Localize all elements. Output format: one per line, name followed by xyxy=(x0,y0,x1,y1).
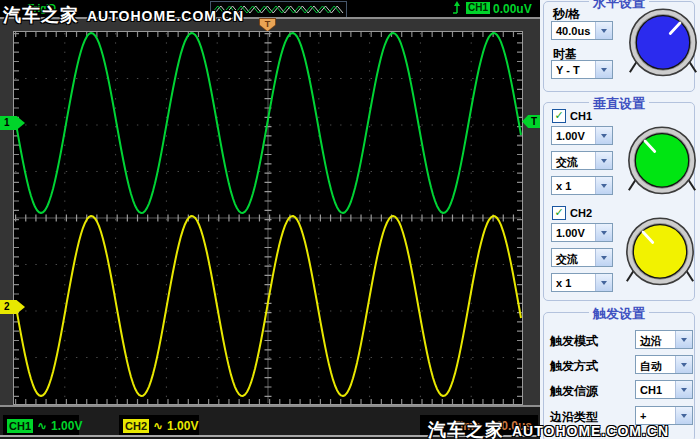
ch2-volts-per-div: 1.00V xyxy=(167,419,198,433)
chevron-down-icon[interactable] xyxy=(595,177,612,194)
bottom-status-bar: CH1 ∿ 1.00V CH2 ∿ 1.00V Time 40.0us xyxy=(0,405,540,439)
chevron-down-icon[interactable] xyxy=(595,22,612,39)
ch2-enable-checkbox[interactable]: ✓ CH2 xyxy=(552,206,592,220)
check-icon: ✓ xyxy=(554,207,563,218)
oscilloscope-app-window: Trig'D CH1 0.00uV T xyxy=(0,0,700,439)
edge-type-select[interactable]: + xyxy=(635,406,693,425)
trigger-level-marker[interactable]: T xyxy=(522,115,540,128)
ch1-position-knob[interactable] xyxy=(623,124,700,200)
edge-type-label: 边沿类型 xyxy=(550,409,598,426)
check-icon: ✓ xyxy=(554,110,563,121)
chevron-down-icon[interactable] xyxy=(595,274,612,291)
ch2-coupling-select[interactable]: 交流 xyxy=(551,248,613,267)
ch1-coupling-select[interactable]: 交流 xyxy=(551,151,613,170)
trigger-source-select[interactable]: CH1 xyxy=(635,380,693,399)
ch1-enable-checkbox[interactable]: ✓ CH1 xyxy=(552,109,592,123)
chevron-down-icon[interactable] xyxy=(675,356,692,373)
trigger-sweep-select[interactable]: 自动 xyxy=(635,355,693,374)
ch1-scale-readout: CH1 ∿ 1.00V xyxy=(3,415,79,436)
chevron-down-icon[interactable] xyxy=(595,127,612,144)
chevron-down-icon[interactable] xyxy=(595,249,612,266)
ch2-volts-select[interactable]: 1.00V xyxy=(551,223,613,242)
sec-per-div-select[interactable]: 40.0us xyxy=(551,21,613,40)
trigger-level-readout: 0.00uV xyxy=(493,2,532,16)
chevron-down-icon[interactable] xyxy=(595,224,612,241)
top-status-bar: Trig'D CH1 0.00uV xyxy=(0,0,540,17)
chevron-down-icon[interactable] xyxy=(595,61,612,78)
ch1-volts-per-div: 1.00V xyxy=(51,419,82,433)
timebase-select[interactable]: Y - T xyxy=(551,60,613,79)
ch1-volts-select[interactable]: 1.00V xyxy=(551,126,613,145)
chevron-down-icon[interactable] xyxy=(675,407,692,424)
horizontal-scale-knob[interactable] xyxy=(624,6,700,82)
trigger-source-badge: CH1 xyxy=(466,2,490,14)
scope-display xyxy=(13,31,523,405)
trigger-status-text: Trig'D xyxy=(28,3,56,14)
ch2-probe-select[interactable]: x 1 xyxy=(551,273,613,292)
trigger-mode-select[interactable]: 边沿 xyxy=(635,330,693,349)
trigger-settings-title: 触发设置 xyxy=(544,305,694,323)
preview-waveform xyxy=(211,3,344,16)
trigger-mode-label: 触发模式 xyxy=(550,333,598,350)
timebase-readout: Time 40.0us xyxy=(420,415,538,436)
trigger-sweep-label: 触发方式 xyxy=(550,358,598,375)
trigger-position-marker[interactable]: T xyxy=(259,18,276,32)
ch2-coupling-icon: ∿ xyxy=(153,419,163,433)
ch2-scale-readout: CH2 ∿ 1.00V xyxy=(119,415,199,436)
time-label: Time xyxy=(453,419,481,433)
chevron-down-icon[interactable] xyxy=(675,331,692,348)
control-panel: 水平设置 秒/格 40.0us 时基 Y - T 垂直设置 ✓ CH1 xyxy=(540,0,700,439)
time-per-div-value: 40.0us xyxy=(495,419,532,433)
record-preview-box xyxy=(210,1,347,18)
ch2-position-knob[interactable] xyxy=(621,215,699,291)
ch1-badge: CH1 xyxy=(7,419,33,433)
bottom-window-edge xyxy=(0,435,540,437)
chevron-down-icon[interactable] xyxy=(595,152,612,169)
trigger-source-label: 触发信源 xyxy=(550,383,598,400)
ch1-probe-select[interactable]: x 1 xyxy=(551,176,613,195)
chevron-down-icon[interactable] xyxy=(675,381,692,398)
ch1-coupling-icon: ∿ xyxy=(37,419,47,433)
ch2-badge: CH2 xyxy=(123,419,149,433)
